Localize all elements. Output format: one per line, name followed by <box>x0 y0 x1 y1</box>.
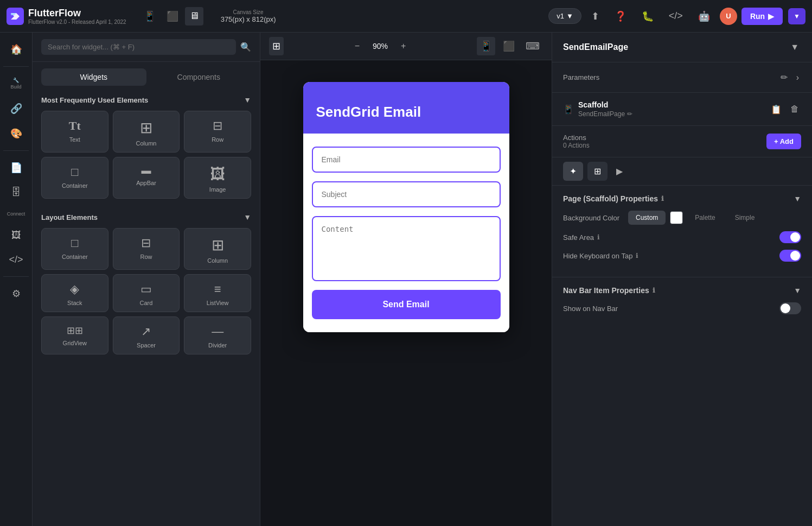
layout-stack[interactable]: ◈ Stack <box>41 274 108 312</box>
right-panel-expand-btn[interactable]: ▼ <box>788 40 801 54</box>
widget-item-image[interactable]: 🖼 Image <box>184 157 251 199</box>
nav-data-btn[interactable]: 🔗 <box>6 98 27 119</box>
layout-divider-icon: — <box>212 325 223 339</box>
layout-spacer[interactable]: ↗ Spacer <box>113 316 180 354</box>
publish-icon-btn[interactable]: ⬆ <box>586 7 605 26</box>
tablet-device-btn[interactable]: ⬛ <box>162 7 183 26</box>
send-email-button[interactable]: Send Email <box>312 290 501 319</box>
nav-media-btn[interactable]: 🖼 <box>7 225 25 245</box>
zoom-in-btn[interactable]: + <box>397 39 410 53</box>
bug-icon-btn[interactable]: 🐛 <box>636 7 659 26</box>
email-field[interactable] <box>312 147 501 173</box>
parameters-expand-btn[interactable]: › <box>794 70 801 85</box>
row-widget-label: Row <box>212 136 223 143</box>
nav-theme-btn[interactable]: 🎨 <box>6 123 27 144</box>
bg-simple-btn[interactable]: Simple <box>727 211 763 225</box>
nav-build-icon: 🔧 <box>13 78 19 83</box>
widget-item-container[interactable]: □ Container <box>41 157 108 199</box>
safe-area-toggle[interactable] <box>779 231 801 243</box>
layout-column-label: Column <box>207 257 228 264</box>
nav-bar-arrow-icon: ▼ <box>794 286 801 295</box>
color-swatch[interactable] <box>670 211 683 224</box>
bg-palette-btn[interactable]: Palette <box>687 211 723 225</box>
search-icon: 🔍 <box>240 42 251 52</box>
run-button[interactable]: Run ▶ <box>741 8 783 25</box>
layout-label: Layout Elements <box>41 213 98 221</box>
scaffold-edit-icon[interactable]: ✏ <box>627 110 632 118</box>
properties-grid-tab[interactable]: ⊞ <box>587 162 608 181</box>
page-scaffold-header[interactable]: Page (Scaffold) Properties ℹ ▼ <box>563 194 801 203</box>
nav-bar-section: Nav Bar Item Properties ℹ ▼ Show on Nav … <box>552 277 812 329</box>
layout-divider[interactable]: — Divider <box>184 316 251 354</box>
widget-item-appbar[interactable]: ▬ AppBar <box>113 157 180 199</box>
snap-to-grid-btn[interactable]: ⊞ <box>269 37 284 55</box>
tab-components[interactable]: Components <box>146 68 252 86</box>
nav-build-label: Build <box>10 84 21 90</box>
widget-item-text[interactable]: Tt Text <box>41 111 108 153</box>
layout-column-icon: ⊞ <box>212 236 224 254</box>
zoom-out-btn[interactable]: − <box>350 39 364 53</box>
phone-view-btn[interactable]: 📱 <box>477 37 495 55</box>
help-icon-btn[interactable]: ❓ <box>609 7 632 26</box>
right-panel: SendEmailPage ▼ Parameters ✏ › 📱 Scaffol… <box>552 33 812 526</box>
layout-listview[interactable]: ≡ ListView <box>184 274 251 312</box>
bg-color-prop-row: Background Color Custom Palette Simple <box>563 211 801 225</box>
layout-row[interactable]: ⊟ Row <box>113 228 180 270</box>
nav-settings-btn[interactable]: ⚙ <box>8 283 25 304</box>
show-nav-bar-label: Show on Nav Bar <box>563 305 618 313</box>
property-tabs-row: ✦ ⊞ ▶ <box>552 157 812 186</box>
layout-section-header[interactable]: Layout Elements ▼ <box>33 207 260 226</box>
user-avatar[interactable]: U <box>720 8 737 25</box>
desktop-device-btn[interactable]: 🖥 <box>185 7 203 26</box>
scaffold-copy-btn[interactable]: 📋 <box>769 102 784 117</box>
content-field[interactable] <box>312 216 501 281</box>
nav-pages-btn[interactable]: 📄 <box>6 157 27 178</box>
appbar-widget-label: AppBar <box>136 180 156 186</box>
scaffold-delete-btn[interactable]: 🗑 <box>788 102 801 117</box>
nav-connect-btn[interactable]: Connect <box>3 207 30 221</box>
run-label: Run <box>750 12 765 21</box>
device-buttons: 📱 ⬛ 🖥 <box>139 7 203 26</box>
widget-search-input[interactable] <box>41 39 236 55</box>
actions-section: Actions 0 Actions + Add <box>552 126 812 157</box>
subject-field[interactable] <box>312 181 501 207</box>
run-caret-btn[interactable]: ▼ <box>788 8 805 24</box>
properties-play-btn[interactable]: ▶ <box>612 162 627 181</box>
layout-gridview-label: GridView <box>63 340 87 346</box>
canvas-toolbar: ⊞ − 90% + 📱 ⬛ ⌨ <box>260 33 552 60</box>
add-actions-btn[interactable]: + Add <box>766 134 801 149</box>
layout-row-label: Row <box>140 254 152 260</box>
widget-item-row[interactable]: ⊟ Row <box>184 111 251 153</box>
actions-title: Actions <box>563 134 590 142</box>
nav-bar-header[interactable]: Nav Bar Item Properties ℹ ▼ <box>563 286 801 295</box>
flutterflow-logo-icon <box>7 8 24 25</box>
show-nav-bar-toggle[interactable] <box>779 302 801 314</box>
zoom-value: 90% <box>368 42 392 50</box>
canvas-toolbar-left: ⊞ <box>269 37 284 55</box>
nav-functions-btn[interactable]: </> <box>4 250 27 270</box>
code-icon-btn[interactable]: </> <box>663 7 688 25</box>
layout-gridview[interactable]: ⊞⊞ GridView <box>41 316 108 354</box>
properties-wand-tab[interactable]: ✦ <box>563 162 583 181</box>
mobile-device-btn[interactable]: 📱 <box>139 7 160 26</box>
prop-section-info-icon: ℹ <box>661 195 664 202</box>
widget-tabs: Widgets Components <box>33 62 260 90</box>
hide-keyboard-toggle[interactable] <box>779 250 801 262</box>
tablet-view-btn[interactable]: ⬛ <box>500 37 518 55</box>
actions-left: Actions 0 Actions <box>563 134 590 149</box>
image-widget-label: Image <box>209 186 226 193</box>
layout-card[interactable]: ▭ Card <box>113 274 180 312</box>
tab-widgets[interactable]: Widgets <box>41 68 146 86</box>
nav-home-btn[interactable]: 🏠 <box>6 39 27 60</box>
parameters-edit-btn[interactable]: ✏ <box>778 70 790 85</box>
bg-custom-btn[interactable]: Custom <box>628 211 666 225</box>
keyboard-btn[interactable]: ⌨ <box>522 37 543 55</box>
nav-database-btn[interactable]: 🗄 <box>7 182 25 202</box>
nav-build-btn[interactable]: 🔧 Build <box>6 73 25 94</box>
layout-container[interactable]: □ Container <box>41 228 108 270</box>
android-icon-btn[interactable]: 🤖 <box>693 7 715 26</box>
widget-item-column[interactable]: ⊞ Column <box>113 111 180 153</box>
most-used-section-header[interactable]: Most Frequently Used Elements ▼ <box>33 90 260 109</box>
version-selector-btn[interactable]: v1 ▼ <box>548 8 581 24</box>
layout-column[interactable]: ⊞ Column <box>184 228 251 270</box>
